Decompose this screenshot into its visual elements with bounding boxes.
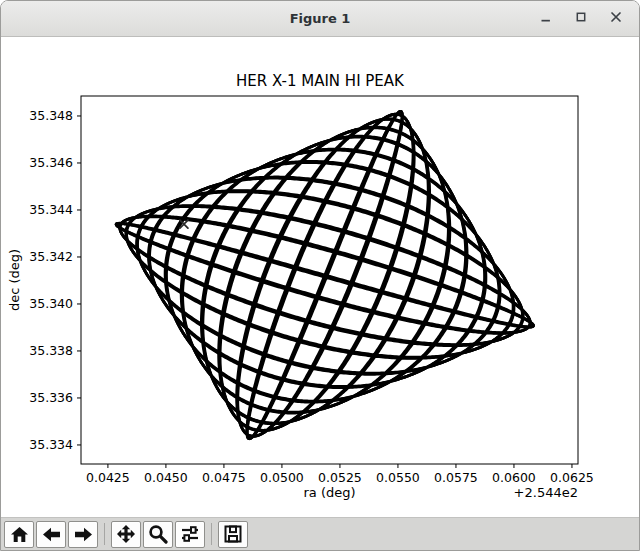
save-button[interactable]	[218, 521, 248, 548]
pan-button[interactable]	[111, 521, 141, 548]
y-tick-label: 35.336	[21, 390, 73, 405]
window-controls	[535, 8, 639, 30]
maximize-button[interactable]	[570, 8, 592, 30]
back-icon	[42, 527, 61, 542]
close-icon	[608, 9, 624, 28]
maximize-icon	[573, 9, 589, 28]
forward-button[interactable]	[68, 521, 98, 548]
y-tick-label: 35.334	[21, 437, 73, 452]
y-tick-label: 35.338	[21, 343, 73, 358]
subplots-icon	[180, 525, 200, 543]
x-tick-label: 0.0425	[86, 470, 130, 485]
x-tick-label: 0.0600	[492, 470, 536, 485]
toolbar-separator	[104, 523, 105, 545]
pan-icon	[116, 524, 136, 544]
x-tick-label: 0.0450	[144, 470, 188, 485]
zoom-button[interactable]	[143, 521, 173, 548]
forward-icon	[74, 527, 93, 542]
x-axis-offset-text: +2.544e2	[438, 485, 578, 500]
x-tick-label: 0.0575	[434, 470, 478, 485]
x-tick-label: 0.0550	[376, 470, 420, 485]
y-tick-label: 35.342	[21, 249, 73, 264]
y-tick-label: 35.340	[21, 296, 73, 311]
close-button[interactable]	[605, 8, 627, 30]
configure-subplots-button[interactable]	[175, 521, 205, 548]
minimize-icon	[538, 9, 554, 28]
y-tick-label: 35.346	[21, 155, 73, 170]
zoom-icon	[148, 524, 168, 544]
x-tick-label: 0.0525	[318, 470, 362, 485]
home-icon	[10, 526, 29, 543]
y-tick-label: 35.344	[21, 202, 73, 217]
minimize-button[interactable]	[535, 8, 557, 30]
x-tick-label: 0.0500	[260, 470, 304, 485]
x-tick-label: 0.0625	[550, 470, 594, 485]
save-icon	[223, 524, 243, 544]
window-titlebar[interactable]: Figure 1	[1, 1, 639, 37]
back-button[interactable]	[36, 521, 66, 548]
figure-canvas-area: HER X-1 MAIN HI PEAK ra (deg) +2.544e2 d…	[1, 37, 639, 517]
y-tick-label: 35.348	[21, 108, 73, 123]
x-tick-label: 0.0475	[202, 470, 246, 485]
toolbar-separator	[211, 523, 212, 545]
plot-canvas[interactable]	[81, 96, 578, 464]
figure-window: Figure 1 HER X-1 MAIN HI PEAK ra (deg) +…	[0, 0, 640, 551]
home-button[interactable]	[4, 521, 34, 548]
navigation-toolbar	[1, 517, 639, 550]
